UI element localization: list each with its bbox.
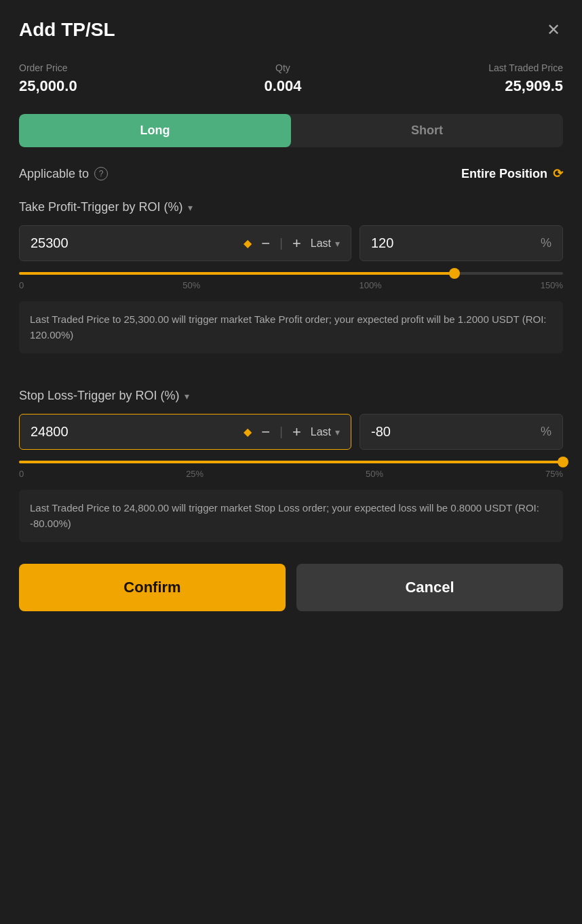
stop-loss-minus-btn[interactable]: −	[258, 425, 273, 440]
order-price-item: Order Price 25,000.0	[19, 62, 77, 95]
long-button[interactable]: Long	[19, 114, 291, 147]
take-profit-slider-labels: 0 50% 100% 150%	[19, 280, 563, 290]
cancel-button[interactable]: Cancel	[296, 564, 563, 611]
take-profit-title: Take Profit-Trigger by ROI (%)	[19, 200, 182, 214]
sl-label-50: 50%	[366, 469, 383, 479]
stop-loss-dropdown-arrow[interactable]: ▾	[185, 391, 189, 402]
stop-loss-input-row: 24800 ◆ − | + Last ▾ -80 %	[19, 414, 563, 450]
long-short-toggle: Long Short	[19, 114, 563, 147]
applicable-info-icon[interactable]: ?	[94, 167, 108, 180]
stop-loss-pct-box: -80 %	[360, 414, 563, 450]
last-traded-value: 25,909.5	[488, 77, 563, 95]
take-profit-slider-fill	[19, 272, 454, 275]
stop-loss-slider-thumb[interactable]	[558, 457, 568, 467]
stop-loss-slider-fill	[19, 461, 563, 463]
modal-header: Add TP/SL ✕	[19, 19, 563, 41]
applicable-label: Applicable to ?	[19, 167, 108, 181]
take-profit-slider-thumb[interactable]	[449, 268, 460, 279]
take-profit-price-box: 25300 ◆ − | + Last ▾	[19, 225, 351, 261]
take-profit-minus-btn[interactable]: −	[258, 236, 273, 251]
take-profit-pct-box: 120 %	[360, 225, 563, 261]
section-spacer	[19, 375, 563, 389]
sl-label-25: 25%	[186, 469, 203, 479]
take-profit-pct-value: 120	[371, 235, 393, 251]
tp-label-0: 0	[19, 280, 24, 290]
applicable-row: Applicable to ? Entire Position ⟳	[19, 166, 563, 181]
stop-loss-info-box: Last Traded Price to 24,800.00 will trig…	[19, 490, 563, 542]
stop-loss-select-arrow: ▾	[335, 427, 340, 438]
tp-label-150: 150%	[541, 280, 563, 290]
stop-loss-pct-value: -80	[371, 424, 391, 440]
last-traded-label: Last Traded Price	[488, 62, 563, 73]
stop-loss-price-value: 24800	[31, 424, 237, 440]
modal-title: Add TP/SL	[19, 19, 115, 41]
refresh-icon[interactable]: ⟳	[553, 166, 563, 181]
stop-loss-slider[interactable]	[19, 461, 563, 463]
stop-loss-last-select[interactable]: Last ▾	[311, 426, 340, 438]
tp-label-100: 100%	[359, 280, 381, 290]
bottom-buttons: Confirm Cancel	[19, 564, 563, 611]
stop-loss-last-label: Last	[311, 426, 331, 438]
take-profit-price-value: 25300	[31, 235, 237, 251]
applicable-text: Applicable to	[19, 167, 89, 181]
stop-loss-clear-icon[interactable]: ◆	[244, 425, 252, 438]
take-profit-plus-btn[interactable]: +	[290, 236, 304, 251]
qty-label: Qty	[264, 62, 301, 73]
take-profit-slider[interactable]	[19, 272, 563, 275]
sl-label-75: 75%	[545, 469, 563, 479]
take-profit-clear-icon[interactable]: ◆	[244, 237, 252, 250]
stop-loss-pct-symbol: %	[541, 425, 551, 439]
take-profit-input-row: 25300 ◆ − | + Last ▾ 120 %	[19, 225, 563, 261]
close-button[interactable]: ✕	[544, 19, 563, 41]
order-price-label: Order Price	[19, 62, 77, 73]
stop-loss-title: Stop Loss-Trigger by ROI (%)	[19, 389, 179, 403]
stop-loss-plus-btn[interactable]: +	[290, 425, 304, 440]
stop-loss-slider-track	[19, 461, 563, 463]
take-profit-last-select[interactable]: Last ▾	[311, 237, 340, 250]
take-profit-info-text: Last Traded Price to 25,300.00 will trig…	[30, 313, 546, 341]
take-profit-divider: |	[279, 236, 283, 250]
stop-loss-title-row: Stop Loss-Trigger by ROI (%) ▾	[19, 389, 563, 403]
last-traded-item: Last Traded Price 25,909.5	[488, 62, 563, 95]
applicable-value[interactable]: Entire Position ⟳	[461, 166, 563, 181]
take-profit-dropdown-arrow[interactable]: ▾	[188, 202, 193, 213]
confirm-button[interactable]: Confirm	[19, 564, 286, 611]
order-price-value: 25,000.0	[19, 77, 77, 95]
modal-container: Add TP/SL ✕ Order Price 25,000.0 Qty 0.0…	[0, 0, 582, 924]
take-profit-pct-symbol: %	[541, 236, 551, 250]
stop-loss-divider: |	[279, 425, 283, 439]
take-profit-slider-track	[19, 272, 563, 275]
sl-label-0: 0	[19, 469, 24, 479]
take-profit-info-box: Last Traded Price to 25,300.00 will trig…	[19, 301, 563, 353]
tp-label-50: 50%	[182, 280, 200, 290]
take-profit-last-label: Last	[311, 237, 331, 250]
stop-loss-slider-labels: 0 25% 50% 75%	[19, 469, 563, 479]
stop-loss-price-box: 24800 ◆ − | + Last ▾	[19, 414, 351, 450]
order-info: Order Price 25,000.0 Qty 0.004 Last Trad…	[19, 62, 563, 95]
take-profit-select-arrow: ▾	[335, 238, 340, 249]
stop-loss-info-text: Last Traded Price to 24,800.00 will trig…	[30, 502, 539, 529]
applicable-value-text: Entire Position	[461, 167, 547, 181]
qty-value: 0.004	[264, 77, 301, 95]
take-profit-title-row: Take Profit-Trigger by ROI (%) ▾	[19, 200, 563, 214]
short-button[interactable]: Short	[291, 114, 563, 147]
qty-item: Qty 0.004	[264, 62, 301, 95]
